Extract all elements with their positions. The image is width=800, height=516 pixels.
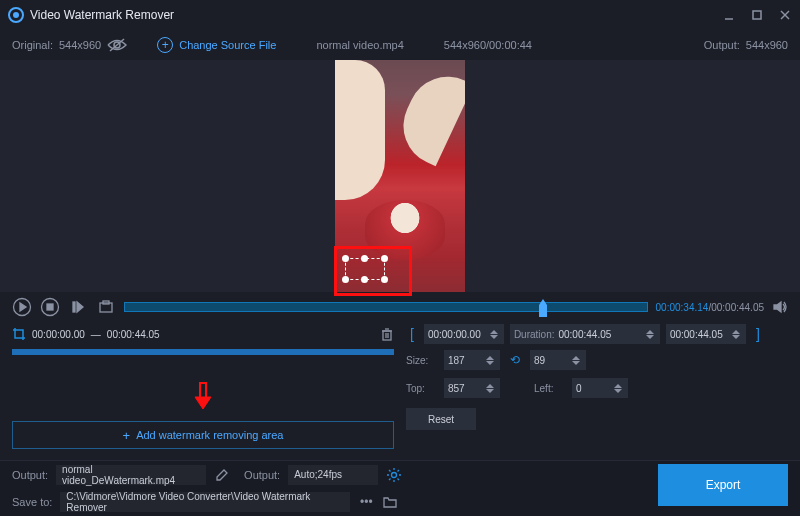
edit-filename-icon[interactable] [214, 467, 230, 483]
watermark-selection-box[interactable] [345, 258, 385, 280]
duration-field[interactable]: Duration: 00:00:44.05 [510, 324, 660, 344]
spin-down[interactable] [646, 335, 654, 339]
video-preview[interactable] [0, 60, 800, 292]
svg-marker-14 [539, 299, 547, 317]
output-format-field[interactable]: Auto;24fps [288, 465, 378, 485]
plus-icon: + [157, 37, 173, 53]
change-source-label: Change Source File [179, 39, 276, 51]
segment-bar[interactable] [12, 349, 394, 355]
export-button[interactable]: Export [658, 464, 788, 506]
play-button[interactable] [12, 297, 32, 317]
minimize-button[interactable] [722, 8, 736, 22]
size-row: Size: 187 ⟲ 89 [406, 346, 788, 374]
top-value: 857 [448, 383, 465, 394]
spin-down[interactable] [490, 335, 498, 339]
spin-down[interactable] [732, 335, 740, 339]
seek-bar[interactable] [124, 302, 648, 312]
output-label-2: Output: [244, 469, 280, 481]
original-info: Original: 544x960 [12, 38, 127, 52]
export-label: Export [706, 478, 741, 492]
close-button[interactable] [778, 8, 792, 22]
lower-panels: 00:00:00.00 — 00:00:44.05 + Add watermar… [0, 322, 800, 460]
original-dimensions: 544x960 [59, 39, 101, 51]
output-dimensions: 544x960 [746, 39, 788, 51]
spin-up[interactable] [614, 384, 622, 388]
maximize-button[interactable] [750, 8, 764, 22]
size-label: Size: [406, 355, 434, 366]
svg-rect-1 [753, 11, 761, 19]
spin-down[interactable] [614, 389, 622, 393]
save-label: Save to: [12, 496, 52, 508]
time-display: 00:00:34.14/00:00:44.05 [656, 302, 764, 313]
more-icon[interactable]: ••• [358, 494, 374, 510]
range-start-field[interactable]: 00:00:00.00 [424, 324, 504, 344]
spinner [572, 351, 582, 369]
properties-panel: [ 00:00:00.00 Duration: 00:00:44.05 00:0… [406, 322, 788, 456]
range-end-value: 00:00:44.05 [670, 329, 723, 340]
svg-marker-22 [195, 397, 211, 409]
info-bar: Original: 544x960 + Change Source File n… [0, 30, 800, 60]
spin-down[interactable] [486, 389, 494, 393]
file-dim-duration: 544x960/00:00:44 [444, 39, 532, 51]
spin-up[interactable] [486, 384, 494, 388]
window-controls [722, 8, 792, 22]
left-field[interactable]: 0 [572, 378, 628, 398]
app-window: Video Watermark Remover Original: 544x96… [0, 0, 800, 516]
svg-marker-15 [774, 302, 781, 312]
spin-up[interactable] [572, 356, 580, 360]
add-area-label: Add watermark removing area [136, 429, 283, 441]
app-title: Video Watermark Remover [30, 8, 174, 22]
spinner [732, 325, 742, 343]
svg-marker-7 [20, 303, 26, 311]
save-path-field[interactable]: C:\Vidmore\Vidmore Video Converter\Video… [60, 492, 350, 512]
range-start-value: 00:00:00.00 [428, 329, 481, 340]
total-time: 00:00:44.05 [711, 302, 764, 313]
preview-visibility-icon[interactable] [107, 38, 127, 52]
spin-up[interactable] [486, 356, 494, 360]
range-end-bracket-button[interactable]: ] [752, 326, 764, 342]
snapshot-button[interactable] [96, 297, 116, 317]
top-field[interactable]: 857 [444, 378, 500, 398]
spin-up[interactable] [646, 330, 654, 334]
filename-label: normal video.mp4 [316, 39, 403, 51]
svg-point-23 [392, 472, 397, 477]
segment-row: 00:00:00.00 — 00:00:44.05 [12, 322, 394, 346]
left-label: Left: [534, 383, 562, 394]
spin-down[interactable] [486, 361, 494, 365]
spin-up[interactable] [732, 330, 740, 334]
settings-icon[interactable] [386, 467, 402, 483]
volume-icon[interactable] [772, 299, 788, 315]
range-start-bracket-button[interactable]: [ [406, 326, 418, 342]
seek-handle[interactable] [539, 299, 547, 317]
spin-down[interactable] [572, 361, 580, 365]
resize-handle-s[interactable] [361, 276, 368, 283]
output-filename-field[interactable]: normal video_DeWatermark.mp4 [56, 465, 206, 485]
resize-handle-nw[interactable] [342, 255, 349, 262]
duration-label: Duration: [514, 329, 555, 340]
size-width-field[interactable]: 187 [444, 350, 500, 370]
reset-button[interactable]: Reset [406, 408, 476, 430]
resize-handle-se[interactable] [381, 276, 388, 283]
duration-value: 00:00:44.05 [558, 329, 611, 340]
size-height-field[interactable]: 89 [530, 350, 586, 370]
add-watermark-area-button[interactable]: + Add watermark removing area [12, 421, 394, 449]
resize-handle-sw[interactable] [342, 276, 349, 283]
step-forward-button[interactable] [68, 297, 88, 317]
delete-segment-button[interactable] [380, 327, 394, 341]
change-source-button[interactable]: + Change Source File [157, 37, 276, 53]
output-filename: normal video_DeWatermark.mp4 [62, 464, 200, 486]
resize-handle-ne[interactable] [381, 255, 388, 262]
segment-start: 00:00:00.00 [32, 329, 85, 340]
segment-icon [12, 327, 26, 341]
resize-handle-n[interactable] [361, 255, 368, 262]
svg-marker-11 [77, 302, 83, 312]
current-time: 00:00:34.14 [656, 302, 709, 313]
spinner [486, 379, 496, 397]
range-end-field[interactable]: 00:00:44.05 [666, 324, 746, 344]
spin-up[interactable] [490, 330, 498, 334]
link-aspect-icon[interactable]: ⟲ [510, 353, 520, 367]
position-row: Top: 857 Left: 0 [406, 374, 788, 402]
svg-rect-10 [73, 302, 75, 312]
stop-button[interactable] [40, 297, 60, 317]
open-folder-icon[interactable] [382, 494, 398, 510]
